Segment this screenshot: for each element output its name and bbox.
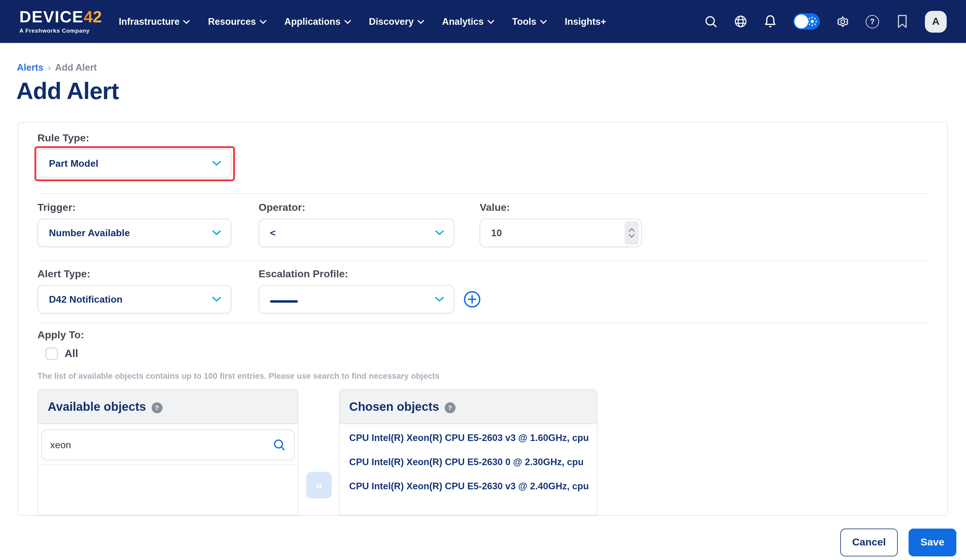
available-objects-header: Available objects ? xyxy=(38,390,298,424)
avatar-initial: A xyxy=(932,15,940,28)
navbar-actions: ? A xyxy=(705,11,947,32)
chevron-down-icon xyxy=(212,297,221,302)
bookmark-icon[interactable] xyxy=(895,15,909,28)
available-objects-title: Available objects xyxy=(48,400,146,414)
user-avatar[interactable]: A xyxy=(925,11,947,32)
chosen-object-item[interactable]: CPU Intel(R) Xeon(R) CPU E5-2603 v3 @ 1.… xyxy=(340,426,597,450)
menu-insights-plus[interactable]: Insights+ xyxy=(565,16,606,27)
add-alert-form-card: Rule Type: Part Model Trigger: Operator:… xyxy=(18,122,948,516)
device42-logo[interactable]: DEVICE42 A Freshworks Company xyxy=(19,9,102,34)
escalation-profile-value xyxy=(270,294,435,305)
menu-discovery[interactable]: Discovery xyxy=(369,16,424,27)
apply-to-all-checkbox[interactable] xyxy=(45,347,58,360)
menu-infrastructure[interactable]: Infrastructure xyxy=(119,16,190,27)
chevron-down-icon xyxy=(435,230,444,236)
logo-number-text: 42 xyxy=(84,9,102,25)
number-stepper[interactable] xyxy=(625,221,639,245)
chevron-down-icon xyxy=(260,20,266,24)
logo-brand-text: DEVICE xyxy=(19,9,84,25)
sun-icon xyxy=(807,16,817,26)
apply-to-all-label: All xyxy=(65,347,78,360)
chosen-object-item[interactable]: CPU Intel(R) Xeon(R) CPU E5-2630 v3 @ 2.… xyxy=(340,474,597,498)
menu-label: Insights+ xyxy=(565,16,606,27)
chevron-down-icon xyxy=(417,20,424,24)
search-icon[interactable] xyxy=(705,15,718,28)
divider xyxy=(38,323,929,323)
chevron-down-icon xyxy=(212,230,221,236)
value-label: Value: xyxy=(480,202,510,214)
chosen-objects-title: Chosen objects xyxy=(349,400,439,414)
trigger-label: Trigger: xyxy=(38,202,76,214)
rule-type-select[interactable]: Part Model xyxy=(38,149,232,177)
menu-label: Analytics xyxy=(442,16,484,27)
logo-tagline: A Freshworks Company xyxy=(19,27,102,34)
empty-value-dash xyxy=(270,300,298,302)
chevron-down-icon xyxy=(487,20,494,24)
globe-icon[interactable] xyxy=(734,15,747,28)
available-objects-search-input[interactable] xyxy=(42,440,269,450)
theme-toggle[interactable] xyxy=(793,13,820,30)
menu-label: Discovery xyxy=(369,16,414,27)
chevron-down-icon xyxy=(183,20,190,24)
help-icon[interactable]: ? xyxy=(866,15,879,28)
divider xyxy=(38,193,929,194)
notifications-bell-icon[interactable] xyxy=(764,15,777,28)
menu-resources[interactable]: Resources xyxy=(208,16,266,27)
menu-label: Tools xyxy=(512,16,536,27)
save-button[interactable]: Save xyxy=(909,529,956,557)
chosen-objects-header: Chosen objects ? xyxy=(340,390,597,424)
cancel-button[interactable]: Cancel xyxy=(840,529,898,557)
chosen-objects-list: CPU Intel(R) Xeon(R) CPU E5-2603 v3 @ 1.… xyxy=(340,424,597,498)
alert-type-value: D42 Notification xyxy=(49,294,212,305)
rule-type-label: Rule Type: xyxy=(38,132,89,145)
add-escalation-profile-button[interactable] xyxy=(463,291,481,308)
main-menu: Infrastructure Resources Applications Di… xyxy=(119,16,606,27)
value-number-field xyxy=(480,219,642,247)
operator-value: < xyxy=(270,227,435,238)
menu-label: Infrastructure xyxy=(119,16,180,27)
menu-label: Applications xyxy=(284,16,340,27)
stepper-up-icon xyxy=(628,228,635,232)
help-glyph: ? xyxy=(870,17,874,26)
breadcrumb-alerts-link[interactable]: Alerts xyxy=(17,62,43,73)
top-navbar: DEVICE42 A Freshworks Company Infrastruc… xyxy=(0,0,966,43)
breadcrumb: Alerts › Add Alert xyxy=(17,62,97,73)
search-submit-icon[interactable] xyxy=(269,438,294,451)
available-objects-search-box xyxy=(41,430,295,460)
escalation-profile-label: Escalation Profile: xyxy=(259,268,348,280)
move-all-right-button[interactable]: » xyxy=(306,472,332,498)
rule-type-value: Part Model xyxy=(49,158,212,169)
objects-hint-text: The list of available objects contains u… xyxy=(38,371,440,381)
apply-to-label: Apply To: xyxy=(38,329,84,341)
alert-type-select[interactable]: D42 Notification xyxy=(38,285,232,314)
chosen-objects-panel: Chosen objects ? CPU Intel(R) Xeon(R) CP… xyxy=(339,389,598,515)
menu-label: Resources xyxy=(208,16,256,27)
plus-circle-icon xyxy=(463,291,481,308)
available-objects-help-icon[interactable]: ? xyxy=(151,402,162,413)
chosen-object-item[interactable]: CPU Intel(R) Xeon(R) CPU E5-2630 0 @ 2.3… xyxy=(340,450,597,474)
chosen-objects-help-icon[interactable]: ? xyxy=(445,402,455,413)
chevron-down-icon xyxy=(344,20,351,24)
escalation-profile-select[interactable] xyxy=(259,285,454,314)
stepper-down-icon xyxy=(628,234,635,238)
chevron-down-icon xyxy=(212,161,221,166)
menu-tools[interactable]: Tools xyxy=(512,16,546,27)
operator-select[interactable]: < xyxy=(259,219,454,247)
settings-gear-icon[interactable] xyxy=(836,15,849,28)
toggle-knob xyxy=(794,15,808,28)
page-title: Add Alert xyxy=(16,78,119,105)
value-input[interactable] xyxy=(480,227,625,238)
chevron-down-icon xyxy=(540,20,547,24)
menu-applications[interactable]: Applications xyxy=(284,16,351,27)
menu-analytics[interactable]: Analytics xyxy=(442,16,494,27)
alert-type-label: Alert Type: xyxy=(38,268,90,280)
trigger-select[interactable]: Number Available xyxy=(38,219,232,247)
chevron-down-icon xyxy=(435,297,444,302)
breadcrumb-separator: › xyxy=(48,62,51,73)
available-objects-search-row xyxy=(38,424,298,465)
operator-label: Operator: xyxy=(259,202,306,214)
divider xyxy=(38,260,929,261)
trigger-value: Number Available xyxy=(49,227,212,238)
breadcrumb-current: Add Alert xyxy=(55,62,97,73)
available-objects-panel: Available objects ? xyxy=(38,389,299,515)
